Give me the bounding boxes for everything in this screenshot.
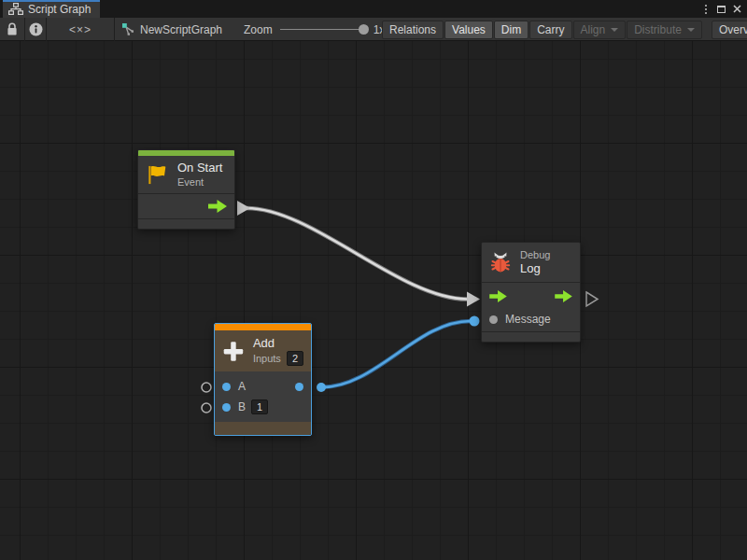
zoom-label: Zoom (244, 23, 273, 36)
code-view-button[interactable]: <×> (47, 18, 114, 41)
distribute-dropdown: Distribute (627, 21, 702, 39)
result-output-port[interactable] (295, 383, 303, 391)
graph-name: NewScriptGraph (140, 23, 222, 36)
bug-icon (489, 251, 512, 273)
graph-breadcrumb[interactable]: NewScriptGraph (121, 18, 222, 41)
info-button[interactable] (25, 18, 46, 41)
tab-title: Script Graph (28, 3, 91, 16)
node-title: Add (253, 336, 303, 351)
inputs-count-field[interactable]: 2 (287, 351, 303, 366)
node-add[interactable]: Add Inputs 2 A B 1 (214, 323, 312, 436)
flag-icon (146, 164, 169, 186)
plus-icon (222, 339, 245, 364)
inputs-label: Inputs (253, 352, 281, 365)
info-icon (29, 22, 43, 36)
values-button[interactable]: Values (444, 21, 493, 39)
debug-message-row: Message (482, 307, 580, 331)
toolbar-buttons: Relations Values Dim Carry Align Distrib… (382, 20, 747, 39)
lock-button[interactable] (0, 18, 24, 41)
port-b-row: B 1 (215, 397, 311, 417)
node-title: On Start (177, 161, 222, 175)
node-on-start[interactable]: On Start Event (137, 149, 235, 230)
lock-icon (7, 22, 18, 36)
toolbar-separator (114, 18, 115, 41)
code-brackets-icon: <×> (69, 23, 92, 36)
hierarchy-icon (8, 3, 23, 15)
node-subtitle: Event (177, 175, 222, 189)
message-port-label: Message (505, 313, 551, 326)
tab-script-graph[interactable]: Script Graph (3, 0, 100, 18)
graph-canvas[interactable]: On Start Event (0, 41, 747, 560)
value-port-a[interactable] (222, 383, 231, 391)
window-controls (698, 0, 745, 18)
zoom-slider-track (280, 29, 366, 30)
add-result-output-port[interactable] (317, 383, 326, 392)
port-b-outer-ring[interactable] (202, 403, 211, 413)
port-a-outer-ring[interactable] (202, 383, 211, 392)
message-input-connection[interactable] (470, 316, 480, 327)
port-b-label: B (238, 400, 246, 413)
node-footer (138, 219, 234, 229)
trigger-input-port[interactable] (489, 290, 507, 302)
close-icon[interactable] (729, 0, 745, 18)
node-footer (215, 422, 311, 435)
trigger-output-port[interactable] (555, 290, 572, 302)
zoom-control: Zoom 1x (244, 18, 385, 41)
align-dropdown: Align (573, 21, 627, 39)
port-a-label: A (238, 380, 246, 393)
chevron-down-icon (687, 28, 695, 32)
node-kicker: Debug (520, 248, 550, 261)
debug-log-titles: Debug Log (520, 248, 550, 276)
kebab-menu-icon[interactable] (698, 0, 713, 18)
flow-wire-end-arrow[interactable] (467, 292, 480, 307)
carry-button[interactable]: Carry (529, 21, 571, 39)
node-title: Log (520, 261, 550, 276)
zoom-slider[interactable] (280, 18, 366, 41)
port-b-value-field[interactable]: 1 (251, 399, 268, 414)
node-debug-log[interactable]: Debug Log Message (481, 242, 581, 343)
on-start-titles: On Start Event (177, 161, 222, 189)
on-start-body (138, 194, 234, 218)
add-body: A B 1 (215, 371, 311, 422)
add-header: Add Inputs 2 (215, 330, 311, 371)
wire-layer (0, 41, 747, 560)
flow-wire[interactable] (247, 208, 467, 300)
overview-button[interactable]: Overview (712, 21, 747, 39)
zoom-slider-knob[interactable] (359, 24, 369, 35)
add-titles: Add Inputs 2 (253, 336, 303, 366)
debug-trigger-row (482, 283, 580, 307)
maximize-icon[interactable] (713, 0, 729, 18)
tab-bar: Script Graph (0, 0, 747, 18)
debug-trigger-output-outer[interactable] (586, 292, 598, 306)
chevron-down-icon (611, 28, 618, 32)
flow-wire-start-arrow[interactable] (237, 201, 250, 216)
toolbar: <×> NewScriptGraph Zoom 1x Relations Val… (0, 18, 747, 41)
value-wire[interactable] (321, 321, 471, 387)
message-input-port[interactable] (489, 315, 498, 324)
on-start-header: On Start Event (138, 156, 234, 193)
value-port-b[interactable] (222, 403, 231, 412)
trigger-output-port[interactable] (208, 200, 227, 213)
port-a-row: A (215, 376, 311, 397)
script-graph-asset-icon (121, 22, 135, 36)
debug-log-header: Debug Log (482, 243, 580, 282)
relations-button[interactable]: Relations (382, 21, 444, 39)
active-tab-accent (3, 0, 100, 2)
script-graph-window: Script Graph <×> (0, 0, 747, 560)
add-accent-strip (215, 324, 311, 330)
dim-button[interactable]: Dim (494, 21, 529, 39)
node-footer (482, 332, 580, 342)
